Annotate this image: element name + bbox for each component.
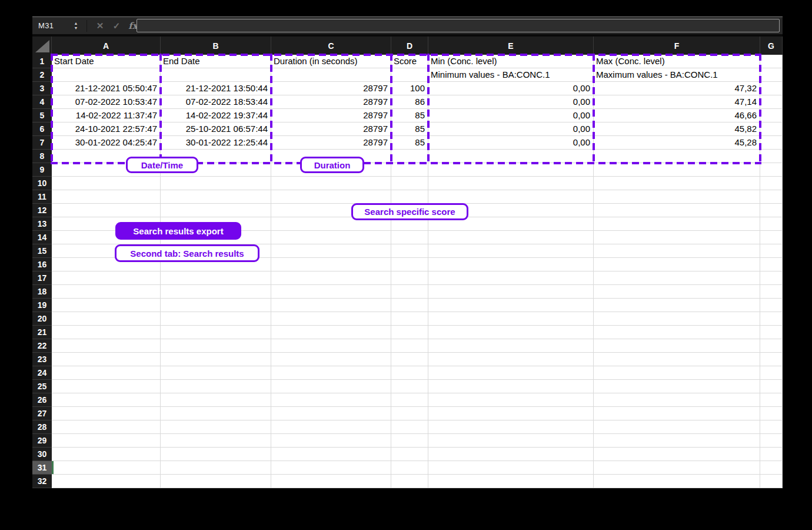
cell-G32[interactable] [760,475,783,488]
cell-A6[interactable]: 24-10-2021 22:57:47 [52,122,161,136]
row-header-28[interactable]: 28 [32,420,52,434]
row-header-8[interactable]: 8 [32,150,52,163]
cell-D32[interactable] [391,475,428,488]
row-header-10[interactable]: 10 [32,177,52,190]
cell-E18[interactable] [428,285,594,299]
row-header-31[interactable]: 31 [32,461,52,475]
cell-D5[interactable]: 85 [391,109,428,122]
cell-G11[interactable] [760,190,783,204]
date-time-annotation-button[interactable]: Date/Time [126,157,198,173]
row-header-32[interactable]: 32 [32,475,52,488]
cell-B28[interactable] [161,420,271,434]
cell-F24[interactable] [594,366,760,380]
cell-G6[interactable] [760,122,783,136]
cell-F20[interactable] [594,312,760,326]
cell-C14[interactable] [271,231,391,244]
row-header-29[interactable]: 29 [32,434,52,448]
cell-G27[interactable] [760,407,783,420]
cancel-icon[interactable]: ✕ [92,21,108,31]
cell-D29[interactable] [391,434,428,448]
cell-E1[interactable]: Min (Conc. level) [428,55,594,68]
cell-C21[interactable] [271,326,391,339]
duration-annotation-button[interactable]: Duration [300,157,364,173]
cell-G17[interactable] [760,271,783,285]
cell-G24[interactable] [760,366,783,380]
cell-name-box[interactable]: M31 [32,21,71,30]
cell-E10[interactable] [428,177,594,190]
cell-E19[interactable] [428,299,594,312]
cell-B22[interactable] [161,339,271,353]
cell-G22[interactable] [760,339,783,353]
column-header-G[interactable]: G [760,37,783,55]
row-header-26[interactable]: 26 [32,393,52,407]
cell-A28[interactable] [52,420,161,434]
cell-G12[interactable] [760,204,783,217]
row-header-12[interactable]: 12 [32,204,52,217]
cell-G18[interactable] [760,285,783,299]
cell-D24[interactable] [391,366,428,380]
cell-B3[interactable]: 21-12-2021 13:50:44 [161,82,271,95]
cell-F17[interactable] [594,271,760,285]
cell-G16[interactable] [760,258,783,271]
cell-C4[interactable]: 28797 [271,95,391,109]
row-header-25[interactable]: 25 [32,380,52,393]
cell-F2[interactable]: Maximum values - BA:CONC.1 [594,68,760,82]
cell-D21[interactable] [391,326,428,339]
row-header-6[interactable]: 6 [32,122,52,136]
column-header-E[interactable]: E [428,37,594,55]
cell-G31[interactable] [760,461,783,475]
row-header-5[interactable]: 5 [32,109,52,122]
row-header-22[interactable]: 22 [32,339,52,353]
column-header-F[interactable]: F [594,37,760,55]
name-box-stepper[interactable]: ▲ ▼ [71,21,81,30]
cell-E4[interactable]: 0,00 [428,95,594,109]
cell-C22[interactable] [271,339,391,353]
cell-C24[interactable] [271,366,391,380]
cell-E29[interactable] [428,434,594,448]
cell-D17[interactable] [391,271,428,285]
cell-G29[interactable] [760,434,783,448]
cell-A30[interactable] [52,448,161,461]
cell-G13[interactable] [760,217,783,231]
cell-E24[interactable] [428,366,594,380]
cell-F23[interactable] [594,353,760,366]
cell-A21[interactable] [52,326,161,339]
cell-C2[interactable] [271,68,391,82]
cell-C10[interactable] [271,177,391,190]
cell-D25[interactable] [391,380,428,393]
cell-D20[interactable] [391,312,428,326]
cell-B1[interactable]: End Date [161,55,271,68]
cell-A20[interactable] [52,312,161,326]
cell-D2[interactable] [391,68,428,82]
cell-C15[interactable] [271,244,391,258]
row-header-18[interactable]: 18 [32,285,52,299]
cell-F13[interactable] [594,217,760,231]
cell-F18[interactable] [594,285,760,299]
cell-B21[interactable] [161,326,271,339]
cell-F1[interactable]: Max (Conc. level) [594,55,760,68]
cell-B29[interactable] [161,434,271,448]
cell-C18[interactable] [271,285,391,299]
cell-F27[interactable] [594,407,760,420]
row-header-1[interactable]: 1 [32,55,52,68]
cell-F28[interactable] [594,420,760,434]
cell-G30[interactable] [760,448,783,461]
cell-C16[interactable] [271,258,391,271]
cell-C25[interactable] [271,380,391,393]
cell-D16[interactable] [391,258,428,271]
cell-D11[interactable] [391,190,428,204]
row-header-13[interactable]: 13 [32,217,52,231]
cell-E32[interactable] [428,475,594,488]
cell-E7[interactable]: 0,00 [428,136,594,150]
cell-C7[interactable]: 28797 [271,136,391,150]
cell-G9[interactable] [760,163,783,177]
cell-A3[interactable]: 21-12-2021 05:50:47 [52,82,161,95]
cell-D31[interactable] [391,461,428,475]
cell-D23[interactable] [391,353,428,366]
cell-G5[interactable] [760,109,783,122]
cell-C32[interactable] [271,475,391,488]
cell-E14[interactable] [428,231,594,244]
cell-D15[interactable] [391,244,428,258]
second-tab-search-results-button[interactable]: Second tab: Search results [115,244,259,262]
cell-D7[interactable]: 85 [391,136,428,150]
